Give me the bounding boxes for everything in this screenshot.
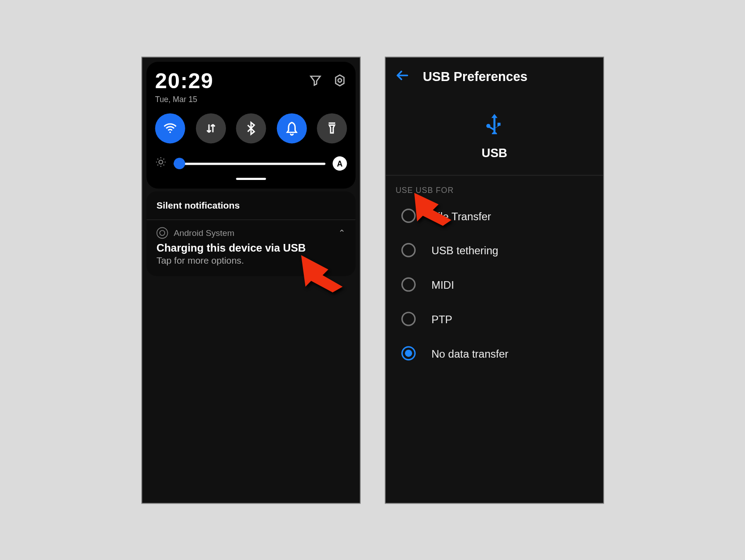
radio-icon[interactable] bbox=[401, 312, 416, 326]
radio-icon[interactable] bbox=[401, 346, 416, 360]
background-blur bbox=[142, 272, 359, 503]
radio-label: File Transfer bbox=[431, 209, 491, 222]
svg-point-2 bbox=[169, 131, 171, 133]
quick-settings-panel: 20:29 Tue, Mar 15 bbox=[146, 61, 355, 188]
brightness-thumb[interactable] bbox=[174, 158, 185, 169]
radio-icon[interactable] bbox=[401, 243, 416, 257]
usb-hero-label: USB bbox=[385, 146, 603, 160]
usb-mode-options: File TransferUSB tetheringMIDIPTPNo data… bbox=[385, 198, 603, 370]
notification-app-name: Android System bbox=[174, 228, 234, 238]
auto-brightness-toggle[interactable]: A bbox=[332, 156, 347, 171]
brightness-track[interactable] bbox=[174, 162, 325, 164]
qs-mobile-data[interactable] bbox=[196, 113, 226, 143]
radio-label: No data transfer bbox=[431, 347, 508, 359]
usb-option-file-transfer[interactable]: File Transfer bbox=[391, 198, 597, 233]
section-label: USE USB FOR bbox=[385, 175, 603, 198]
usb-option-no-data-transfer[interactable]: No data transfer bbox=[391, 336, 597, 370]
usb-icon bbox=[482, 126, 506, 138]
notification-item[interactable]: Android System ⌃ Charging this device vi… bbox=[146, 220, 355, 276]
radio-label: USB tethering bbox=[431, 244, 498, 256]
page-title: USB Preferences bbox=[423, 69, 528, 84]
radio-icon[interactable] bbox=[401, 209, 416, 223]
usb-option-midi[interactable]: MIDI bbox=[391, 267, 597, 302]
usb-option-usb-tethering[interactable]: USB tethering bbox=[391, 233, 597, 267]
android-system-icon bbox=[156, 227, 168, 239]
radio-label: PTP bbox=[431, 312, 452, 325]
qs-wifi[interactable] bbox=[155, 113, 185, 143]
radio-icon[interactable] bbox=[401, 277, 416, 291]
notification-shade-screenshot: 20:29 Tue, Mar 15 bbox=[141, 56, 361, 503]
back-arrow-icon[interactable] bbox=[394, 67, 410, 86]
brightness-slider[interactable]: A bbox=[155, 156, 347, 171]
usb-option-ptp[interactable]: PTP bbox=[391, 302, 597, 336]
qs-flashlight[interactable] bbox=[317, 113, 347, 143]
filter-icon[interactable] bbox=[308, 73, 323, 90]
usb-hero: USB bbox=[385, 96, 603, 175]
notification-title: Charging this device via USB bbox=[156, 241, 345, 253]
usb-preferences-screen: USB Preferences USB USE USB FOR File Tra… bbox=[385, 56, 604, 503]
date: Tue, Mar 15 bbox=[155, 94, 213, 103]
qs-dnd[interactable] bbox=[276, 113, 306, 143]
clock: 20:29 bbox=[155, 68, 213, 93]
app-bar: USB Preferences bbox=[385, 57, 603, 96]
notification-subtitle: Tap for more options. bbox=[156, 255, 345, 266]
silent-notifications-header: Silent notifications bbox=[146, 191, 355, 220]
chevron-up-icon[interactable]: ⌃ bbox=[338, 228, 345, 238]
svg-marker-0 bbox=[336, 75, 344, 85]
svg-point-1 bbox=[338, 78, 341, 82]
quick-settings-tiles bbox=[155, 113, 347, 143]
radio-label: MIDI bbox=[431, 278, 454, 291]
shade-drag-handle[interactable] bbox=[236, 178, 266, 180]
qs-bluetooth[interactable] bbox=[236, 113, 266, 143]
silent-notifications-card: Silent notifications Android System ⌃ Ch… bbox=[146, 191, 355, 276]
svg-point-3 bbox=[159, 160, 163, 164]
gear-icon[interactable] bbox=[332, 73, 347, 90]
brightness-icon bbox=[155, 156, 166, 171]
